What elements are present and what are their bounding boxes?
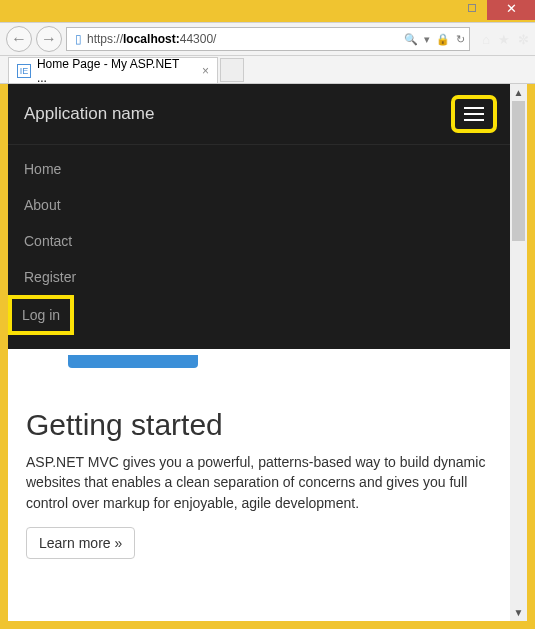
vertical-scrollbar[interactable]: ▲ ▼ — [510, 84, 527, 621]
minimize-button[interactable] — [427, 0, 457, 20]
jumbotron-button-partial[interactable] — [68, 355, 198, 368]
search-icon[interactable]: 🔍 — [404, 33, 418, 46]
section-body: ASP.NET MVC gives you a powerful, patter… — [26, 452, 492, 513]
tab-title: Home Page - My ASP.NET ... — [37, 57, 192, 85]
site-navbar: Application name Home About Contact Regi… — [8, 84, 510, 349]
scroll-thumb[interactable] — [512, 101, 525, 241]
nav-login-highlight: Log in — [12, 299, 70, 331]
refresh-icon[interactable]: ↻ — [456, 33, 465, 46]
navbar-brand[interactable]: Application name — [24, 104, 154, 124]
scroll-down-icon[interactable]: ▼ — [510, 604, 527, 621]
navbar-toggle-button[interactable] — [454, 98, 494, 130]
address-bar[interactable]: ▯ https://localhost:44300/ 🔍 ▾ 🔒 ↻ — [66, 27, 470, 51]
maximize-button[interactable] — [457, 0, 487, 16]
favorites-icon[interactable]: ★ — [498, 32, 510, 47]
window-titlebar: ✕ — [0, 0, 535, 22]
nav-item-about[interactable]: About — [8, 187, 510, 223]
hamburger-icon — [464, 119, 484, 121]
favicon-icon: IE — [17, 64, 31, 78]
lock-icon: 🔒 — [436, 33, 450, 46]
hamburger-icon — [464, 107, 484, 109]
scroll-up-icon[interactable]: ▲ — [510, 84, 527, 101]
nav-item-login[interactable]: Log in — [12, 299, 70, 331]
url-path: 44300/ — [180, 32, 217, 46]
section-heading: Getting started — [26, 408, 492, 442]
close-button[interactable]: ✕ — [487, 0, 535, 20]
learn-more-button[interactable]: Learn more » — [26, 527, 135, 559]
arrow-left-icon: ← — [11, 30, 27, 48]
url-protocol: https:// — [87, 32, 123, 46]
url-host: localhost: — [123, 32, 180, 46]
page-content: Application name Home About Contact Regi… — [8, 84, 510, 621]
site-identity-icon: ▯ — [71, 32, 85, 46]
forward-button[interactable]: → — [36, 26, 62, 52]
hamburger-icon — [464, 113, 484, 115]
main-content: Getting started ASP.NET MVC gives you a … — [8, 368, 510, 559]
navbar-menu: Home About Contact Register Log in — [8, 145, 510, 349]
back-button[interactable]: ← — [6, 26, 32, 52]
browser-tab[interactable]: IE Home Page - My ASP.NET ... × — [8, 57, 218, 83]
new-tab-button[interactable] — [220, 58, 244, 82]
arrow-right-icon: → — [41, 30, 57, 48]
gear-icon[interactable]: ✼ — [518, 32, 529, 47]
browser-viewport: Application name Home About Contact Regi… — [8, 84, 527, 621]
nav-item-contact[interactable]: Contact — [8, 223, 510, 259]
dropdown-icon[interactable]: ▾ — [424, 33, 430, 46]
browser-toolbar: ← → ▯ https://localhost:44300/ 🔍 ▾ 🔒 ↻ ⌂… — [0, 22, 535, 56]
nav-item-home[interactable]: Home — [8, 151, 510, 187]
browser-tabstrip: IE Home Page - My ASP.NET ... × — [0, 56, 535, 84]
nav-item-register[interactable]: Register — [8, 259, 510, 295]
tab-close-icon[interactable]: × — [202, 64, 209, 78]
home-icon[interactable]: ⌂ — [482, 32, 490, 47]
